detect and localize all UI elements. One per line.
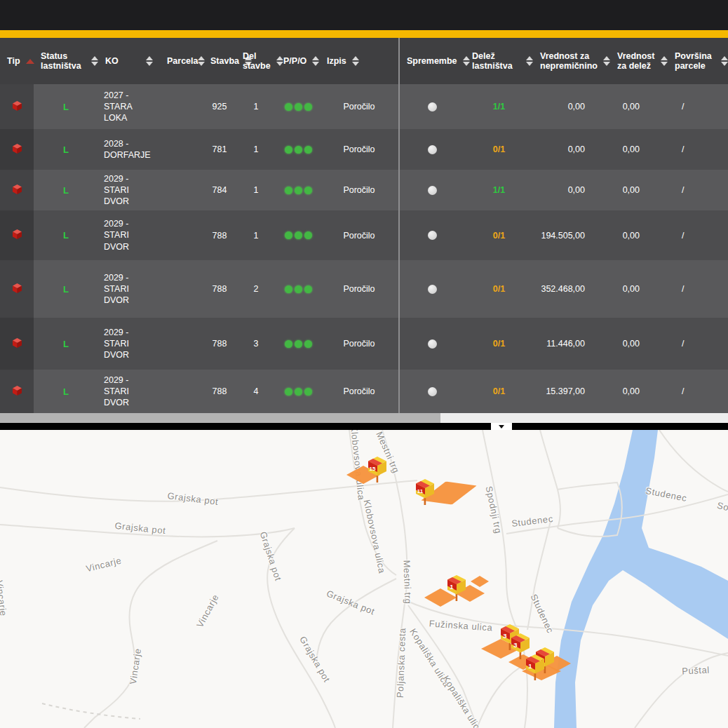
- collapse-handle[interactable]: [491, 423, 512, 430]
- column-header-vrednost_del[interactable]: Vrednost za delež: [610, 38, 668, 84]
- horizontal-scrollbar[interactable]: [0, 413, 728, 423]
- ppo-status-dots: [285, 340, 312, 348]
- table-row[interactable]: L2029 - STARI DVOR7883Poročilo0/111.446,…: [0, 318, 728, 370]
- ownership-share-value: 0/1: [493, 144, 505, 154]
- report-link[interactable]: Poročilo: [343, 185, 375, 195]
- ownership-status-value: L: [63, 339, 69, 349]
- building-marker-15[interactable]: 15: [367, 456, 388, 484]
- table-row[interactable]: L2029 - STARI DVOR7882Poročilo0/1352.468…: [0, 260, 728, 318]
- table-row[interactable]: L2027 - STARA LOKA9251Poročilo1/10,000,0…: [0, 84, 728, 129]
- cell-ko: 2029 - STARI DVOR: [98, 370, 160, 413]
- cell-status: L: [34, 260, 98, 318]
- red-cube-icon: [12, 229, 22, 242]
- cell-status: L: [34, 129, 98, 170]
- column-header-delez[interactable]: Delež lastništva: [465, 38, 533, 84]
- cell-spremembe: [398, 129, 465, 170]
- building-marker-1[interactable]: 1: [525, 654, 546, 682]
- ownership-share-value: 0/1: [493, 386, 505, 396]
- cell-vrednost-delez: 0,00: [610, 129, 668, 170]
- red-cube-icon: [12, 385, 22, 398]
- green-dot-icon: [304, 285, 312, 293]
- cell-tip: [0, 170, 34, 210]
- green-dot-icon: [304, 146, 312, 154]
- report-link[interactable]: Poročilo: [343, 284, 375, 294]
- panel-splitter: [0, 423, 728, 430]
- cell-spremembe: [398, 260, 465, 318]
- cell-stavba: 788: [203, 318, 236, 370]
- change-indicator-icon: [428, 339, 437, 349]
- green-dot-icon: [285, 285, 292, 293]
- road: [635, 653, 728, 728]
- red-cube-icon: [12, 184, 22, 197]
- table-row[interactable]: L2028 - DORFARJE7811Poročilo0/10,000,00/: [0, 129, 728, 170]
- column-header-ko[interactable]: KO: [98, 38, 160, 84]
- column-label: Vrednost za nepremičnino: [540, 51, 598, 72]
- building-marker-1[interactable]: 1: [446, 574, 467, 602]
- green-dot-icon: [295, 231, 302, 239]
- report-link[interactable]: Poročilo: [343, 339, 375, 349]
- street-label: Mestni trg: [401, 560, 413, 605]
- cell-ppo: [276, 370, 320, 413]
- cell-povrsina-parcele: /: [668, 170, 728, 210]
- column-header-del_stavbe[interactable]: Del stavbe: [236, 38, 276, 84]
- column-header-izpis[interactable]: Izpis: [320, 38, 398, 84]
- ownership-status-value: L: [63, 185, 69, 196]
- cell-status: L: [34, 170, 98, 210]
- road: [483, 430, 527, 728]
- cell-del-stavbe: 1: [236, 84, 276, 129]
- cell-vrednost-nepremicnino: 0,00: [533, 129, 610, 170]
- cell-izpis: Poročilo: [320, 260, 398, 318]
- green-dot-icon: [295, 285, 302, 293]
- report-link[interactable]: Poročilo: [343, 231, 375, 241]
- cell-parcela: [160, 318, 203, 370]
- cell-status: L: [34, 84, 98, 129]
- change-indicator-icon: [428, 102, 437, 112]
- column-header-parcela[interactable]: Parcela: [160, 38, 203, 84]
- cell-povrsina-parcele: /: [668, 84, 728, 129]
- cell-izpis: Poročilo: [320, 170, 398, 210]
- chevron-down-icon: [499, 425, 504, 429]
- svg-text:1: 1: [450, 583, 454, 591]
- column-label: Spremembe: [407, 56, 457, 66]
- cell-ko: 2029 - STARI DVOR: [98, 210, 160, 260]
- red-cube-icon: [12, 283, 22, 296]
- cell-povrsina-parcele: /: [668, 210, 728, 260]
- ppo-status-dots: [285, 231, 312, 239]
- column-header-stavba[interactable]: Stavba: [203, 38, 236, 84]
- ownership-share-value: 0/1: [493, 284, 505, 294]
- cell-stavba: 788: [203, 260, 236, 318]
- ppo-status-dots: [285, 388, 312, 396]
- cell-vrednost-delez: 0,00: [610, 370, 668, 413]
- map-panel[interactable]: Mestni trgKlobovsova ulicaKlobovsova uli…: [0, 430, 728, 728]
- ownership-share-value: 1/1: [493, 102, 505, 112]
- building-marker-11[interactable]: 11: [414, 478, 436, 506]
- report-link[interactable]: Poročilo: [343, 144, 375, 154]
- column-header-spremembe[interactable]: Spremembe: [398, 38, 465, 84]
- table-row[interactable]: L2029 - STARI DVOR7881Poročilo0/1194.505…: [0, 210, 728, 260]
- table-row[interactable]: L2029 - STARI DVOR7884Poročilo0/115.397,…: [0, 370, 728, 413]
- cell-status: L: [34, 318, 98, 370]
- column-header-povrsina[interactable]: Površina parcele: [668, 38, 728, 84]
- sort-arrows-icon: [661, 56, 668, 66]
- cell-delez: 1/1: [465, 84, 533, 129]
- column-header-tip[interactable]: Tip: [0, 38, 34, 84]
- cell-status: L: [34, 210, 98, 260]
- scrollbar-thumb[interactable]: [0, 413, 440, 423]
- cell-stavba: 784: [203, 170, 236, 210]
- cell-ppo: [276, 318, 320, 370]
- column-label: Del stavbe: [243, 51, 271, 72]
- report-link[interactable]: Poročilo: [343, 386, 375, 396]
- cell-ko: 2029 - STARI DVOR: [98, 170, 160, 210]
- column-header-vrednost_nep[interactable]: Vrednost za nepremičnino: [533, 38, 610, 84]
- ppo-status-dots: [285, 146, 312, 154]
- cell-povrsina-parcele: /: [668, 129, 728, 170]
- cell-povrsina-parcele: /: [668, 260, 728, 318]
- cell-vrednost-delez: 0,00: [610, 210, 668, 260]
- column-header-status[interactable]: Status lastništva: [34, 38, 98, 84]
- column-header-ppo[interactable]: P/P/O: [276, 38, 320, 84]
- cell-ko: 2029 - STARI DVOR: [98, 318, 160, 370]
- report-link[interactable]: Poročilo: [343, 102, 375, 112]
- cell-tip: [0, 318, 34, 370]
- table-row[interactable]: L2029 - STARI DVOR7841Poročilo1/10,000,0…: [0, 170, 728, 210]
- cell-ko: 2028 - DORFARJE: [98, 129, 160, 170]
